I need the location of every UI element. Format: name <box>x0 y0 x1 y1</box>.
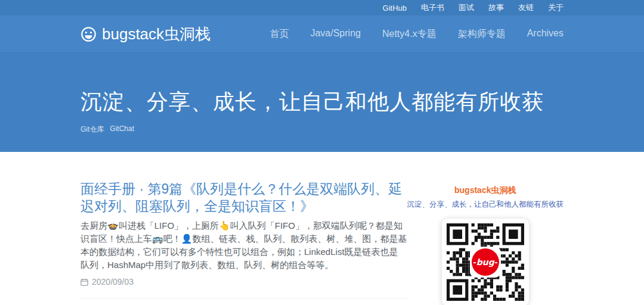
article-title-link[interactable]: 面经手册 · 第9篇《队列是什么？什么是双端队列、延迟对列、阻塞队列，全是知识盲… <box>80 180 407 215</box>
nav-item-archives[interactable]: Archives <box>527 28 564 41</box>
article-date: 2020/09/03 <box>92 277 134 287</box>
sidebar: bugstack虫洞栈 沉淀、分享、成长，让自己和他人都能有所收获 bug <box>407 152 564 305</box>
main-navbar: bugstack虫洞栈 首页 Java/Spring Netty4.x专题 架构… <box>0 15 644 52</box>
sidebar-title: bugstack虫洞栈 <box>454 185 516 196</box>
topbar-link-ebook[interactable]: 电子书 <box>421 2 444 13</box>
sidebar-tagline: 沉淀、分享、成长，让自己和他人都能有所收获 <box>407 200 564 210</box>
article-excerpt: 去厨房🍲叫进栈「LIFO」，上厕所👆叫入队列「FIFO」，那双端队列呢？都是知识… <box>80 219 407 272</box>
nav-item-architect[interactable]: 架构师专题 <box>458 28 506 41</box>
qr-center-logo: bug <box>470 247 501 278</box>
site-logo-text: bugstack虫洞栈 <box>102 24 210 45</box>
topbar-link-story[interactable]: 故事 <box>488 2 504 13</box>
nav-item-home[interactable]: 首页 <box>270 28 289 41</box>
hero-link-gitchat[interactable]: GitChat <box>110 125 134 135</box>
smiley-icon <box>80 26 97 42</box>
calendar-icon <box>80 278 88 286</box>
qr-logo-label: bug <box>476 257 495 267</box>
wechat-qr-code: bug <box>442 219 529 305</box>
article-date-row: 2020/09/03 <box>80 277 407 287</box>
main-nav: 首页 Java/Spring Netty4.x专题 架构师专题 Archives <box>270 28 564 41</box>
hero-heading: 沉淀、分享、成长，让自己和他人都能有所收获 <box>80 89 564 114</box>
topbar-link-interview[interactable]: 面试 <box>459 2 474 13</box>
hero-link-git-repo[interactable]: Git仓库 <box>80 125 104 135</box>
site-logo[interactable]: bugstack虫洞栈 <box>80 24 210 45</box>
nav-item-netty[interactable]: Netty4.x专题 <box>382 28 436 41</box>
hero-banner: 沉淀、分享、成长，让自己和他人都能有所收获 Git仓库 GitChat <box>0 52 644 152</box>
top-utility-bar: GitHub 电子书 面试 故事 友链 关于 <box>0 0 644 15</box>
article-divider <box>80 298 407 299</box>
topbar-link-github[interactable]: GitHub <box>383 4 407 13</box>
topbar-link-about[interactable]: 关于 <box>548 2 564 13</box>
article-list: 面经手册 · 第9篇《队列是什么？什么是双端队列、延迟对列、阻塞队列，全是知识盲… <box>80 152 407 299</box>
main-content: 面经手册 · 第9篇《队列是什么？什么是双端队列、延迟对列、阻塞队列，全是知识盲… <box>80 152 564 305</box>
topbar-link-friends[interactable]: 友链 <box>518 2 534 13</box>
nav-item-java-spring[interactable]: Java/Spring <box>310 28 361 41</box>
